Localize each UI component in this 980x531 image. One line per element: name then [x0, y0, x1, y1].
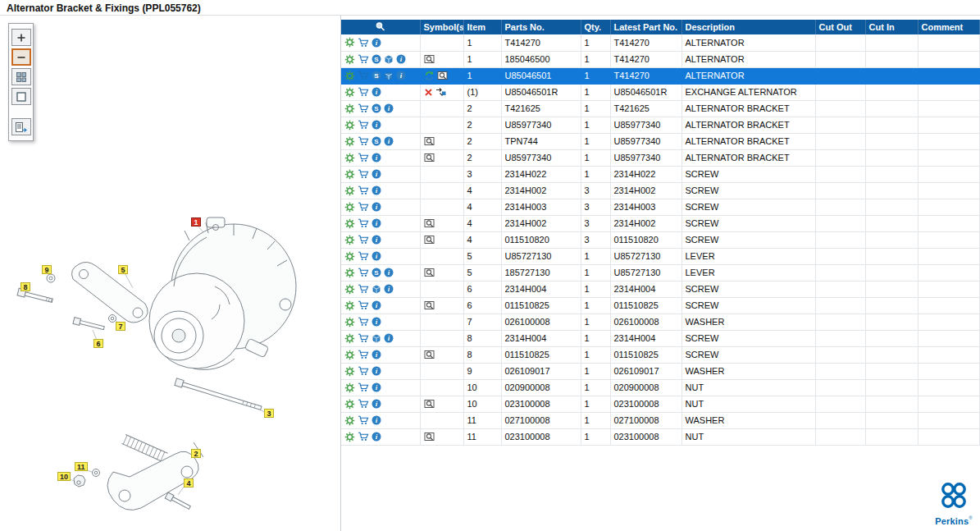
info-icon[interactable]: i [396, 71, 406, 80]
gear-icon[interactable] [344, 202, 355, 213]
info-icon[interactable]: i [371, 399, 381, 409]
info-icon[interactable]: i [371, 185, 381, 195]
gear-icon[interactable] [344, 87, 355, 98]
gear-icon[interactable] [344, 71, 355, 81]
gear-icon[interactable] [344, 268, 355, 278]
cart-icon[interactable] [358, 251, 369, 261]
table-row[interactable]: i110271000081027100008WASHER [341, 412, 979, 428]
overview-button[interactable] [11, 68, 31, 85]
table-row[interactable]: i100231000081023100008NUT [341, 396, 979, 412]
cart-icon[interactable] [358, 366, 369, 376]
cart-icon[interactable] [358, 333, 369, 343]
cart-icon[interactable] [358, 71, 369, 80]
table-row[interactable]: Si2TPN7441U85977340ALTERNATOR BRACKET [341, 133, 979, 149]
info-icon[interactable]: i [371, 432, 381, 442]
export-list-button[interactable] [11, 118, 31, 135]
cart-icon[interactable] [358, 153, 369, 163]
callout-10[interactable]: 10 [57, 472, 71, 481]
table-row[interactable]: i32314H02212314H022SCREW [341, 166, 979, 182]
info-icon[interactable]: i [384, 103, 394, 113]
gear-icon[interactable] [344, 350, 355, 360]
info-icon[interactable]: i [371, 317, 381, 327]
info-icon[interactable]: i [371, 169, 381, 179]
callout-9[interactable]: 9 [42, 265, 52, 274]
table-row[interactable]: i90261090171026109017WASHER [341, 363, 979, 379]
book-icon[interactable] [371, 284, 381, 294]
cart-icon[interactable] [358, 415, 369, 425]
cart-icon[interactable] [358, 136, 369, 146]
callout-1[interactable]: 1 [191, 217, 201, 227]
info-icon[interactable]: i [371, 235, 381, 245]
book-icon[interactable] [384, 54, 394, 64]
cart-icon[interactable] [358, 350, 369, 359]
cart-icon[interactable] [358, 185, 369, 195]
cart-icon[interactable] [358, 399, 369, 409]
gear-icon[interactable] [344, 136, 355, 147]
info-icon[interactable]: i [371, 120, 381, 130]
image-icon[interactable] [424, 268, 435, 277]
gear-icon[interactable] [344, 284, 355, 295]
table-row[interactable]: Si2T4216251T421625ALTERNATOR BRACKET [341, 100, 979, 117]
gear-icon[interactable] [344, 120, 355, 130]
info-icon[interactable]: i [371, 415, 381, 425]
info-icon[interactable]: i [371, 350, 381, 359]
gear-icon[interactable] [344, 382, 355, 393]
image-icon[interactable] [424, 399, 435, 409]
info-icon[interactable]: i [371, 382, 381, 392]
cart-icon[interactable] [358, 54, 369, 64]
cart-icon[interactable] [358, 202, 369, 212]
cart-icon[interactable] [358, 218, 369, 228]
table-row[interactable]: i60115108251011510825SCREW [341, 297, 979, 314]
table-row[interactable]: i62314H00412314H004SCREW [341, 281, 979, 297]
info-icon[interactable]: i [371, 218, 381, 228]
info-icon[interactable]: i [371, 251, 381, 261]
zoom-in-button[interactable] [11, 29, 31, 46]
image-icon[interactable] [424, 54, 435, 64]
info-icon[interactable]: i [371, 38, 381, 48]
table-row[interactable]: i110231000081023100008NUT [341, 428, 979, 445]
cart-icon[interactable] [358, 284, 369, 294]
callout-4[interactable]: 4 [184, 478, 194, 488]
callout-8[interactable]: 8 [21, 282, 30, 291]
info-icon[interactable]: i [384, 268, 394, 277]
table-row[interactable]: i1T4142701T414270ALTERNATOR [341, 34, 979, 51]
s-icon[interactable]: S [371, 54, 381, 64]
cart-icon[interactable] [358, 87, 369, 97]
info-icon[interactable]: i [384, 333, 394, 343]
table-row[interactable]: i5U857271301U85727130LEVER [341, 248, 979, 264]
zoom-out-button[interactable] [11, 48, 31, 66]
refresh-icon[interactable] [424, 71, 435, 81]
fit-page-button[interactable] [11, 88, 31, 105]
info-icon[interactable]: i [371, 153, 381, 163]
info-icon[interactable]: i [371, 366, 381, 376]
table-row[interactable]: i82314H00412314H004SCREW [341, 330, 979, 346]
gear-icon[interactable] [344, 251, 355, 262]
gear-icon[interactable] [344, 169, 355, 180]
image-icon[interactable] [424, 235, 435, 245]
gear-icon[interactable] [344, 235, 355, 245]
s-icon[interactable]: S [371, 71, 381, 80]
cart-icon[interactable] [358, 169, 369, 179]
image-icon[interactable] [424, 136, 435, 146]
info-icon[interactable]: i [371, 87, 381, 97]
cart-icon[interactable] [358, 300, 369, 310]
callout-11[interactable]: 11 [75, 462, 88, 471]
cart-icon[interactable] [358, 268, 369, 277]
image-icon[interactable] [424, 350, 435, 359]
table-row[interactable]: i2U859773401U85977340ALTERNATOR BRACKET [341, 149, 979, 166]
gear-icon[interactable] [344, 432, 355, 442]
table-row[interactable]: i2U859773401U85977340ALTERNATOR BRACKET [341, 117, 979, 133]
cart-icon[interactable] [358, 432, 369, 442]
callout-2[interactable]: 2 [191, 449, 201, 458]
callout-5[interactable]: 5 [118, 265, 128, 274]
table-row[interactable]: Si51857271301U85727130LEVER [341, 264, 979, 281]
info-icon[interactable]: i [384, 284, 394, 294]
image-icon[interactable] [437, 71, 449, 80]
s-icon[interactable]: S [371, 103, 381, 113]
cart-icon[interactable] [358, 120, 369, 130]
table-row[interactable]: i(1)U85046501R1U85046501REXCHANGE ALTERN… [341, 84, 979, 100]
image-icon[interactable] [424, 218, 435, 228]
cart-icon[interactable] [358, 235, 369, 245]
gear-icon[interactable] [344, 415, 355, 426]
table-row[interactable]: i42314H00332314H003SCREW [341, 199, 979, 215]
